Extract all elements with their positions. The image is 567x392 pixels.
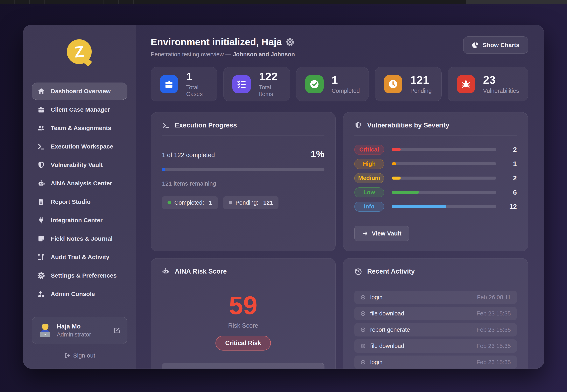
stat-label: Pending: [410, 88, 432, 94]
header-row: Environment initialized, Haja Penetratio…: [151, 37, 528, 58]
sidebar: Z Dashboard Overview Client Case Manager…: [23, 25, 136, 369]
execution-progress-panel: Execution Progress 1 of 122 completed 1%…: [151, 112, 336, 251]
severity-bar: [392, 148, 496, 151]
page-title: Environment initialized, Haja: [151, 37, 295, 47]
sidebar-item-client-case-manager[interactable]: Client Case Manager: [32, 101, 127, 118]
divider: [162, 281, 324, 281]
page-subtitle: Penetration testing overview — Johnson a…: [151, 51, 295, 58]
sidebar-item-label: Settings & Preferences: [51, 272, 117, 279]
briefcase-tile: [160, 75, 178, 93]
severity-count: 2: [504, 174, 517, 182]
checklist-icon: [236, 79, 247, 89]
risk-body: 59 Risk Score Critical Risk: [162, 291, 324, 350]
sidebar-item-label: Field Notes & Journal: [51, 235, 113, 242]
checklist-tile: [232, 75, 251, 93]
user-name: Haja Mo: [57, 323, 91, 330]
stat-value: 1: [332, 74, 360, 85]
activity-label: login: [370, 294, 382, 301]
check-icon: [309, 79, 320, 89]
panel-title: Vulnerabilities by Severity: [367, 121, 449, 129]
status-dot: [167, 201, 171, 204]
sign-out-label: Sign out: [73, 352, 95, 359]
subtitle-prefix: Penetration testing overview —: [151, 51, 233, 57]
progress-bar-fill: [162, 168, 165, 171]
sidebar-item-dashboard-overview[interactable]: Dashboard Overview: [32, 83, 127, 100]
stats-row: 1 Total Cases 122 Total Items 1 Complete…: [151, 67, 528, 101]
view-vault-label: View Vault: [372, 230, 402, 237]
shield-icon: [354, 121, 362, 129]
activity-ring-icon: [360, 343, 366, 349]
app-window: Z Dashboard Overview Client Case Manager…: [23, 25, 544, 369]
status-badge: Pending: 121: [223, 196, 279, 209]
robot-icon: [162, 267, 170, 275]
bug-tile: [457, 75, 475, 93]
stat-value: 121: [410, 74, 432, 85]
user-role: Administrator: [57, 331, 91, 338]
sidebar-item-field-notes-journal[interactable]: Field Notes & Journal: [32, 230, 127, 247]
show-charts-button[interactable]: Show Charts: [463, 37, 528, 54]
page-title-text: Environment initialized, Haja: [151, 37, 282, 47]
stat-value: 122: [259, 71, 281, 82]
divider: [162, 135, 324, 136]
severity-bar-fill: [392, 191, 419, 194]
gear-icon: [285, 38, 295, 47]
user-info: Haja Mo Administrator: [57, 323, 91, 338]
panel-header: Recent Activity: [354, 267, 517, 275]
history-icon: [354, 267, 362, 275]
sidebar-item-label: Team & Assignments: [51, 125, 111, 131]
sidebar-item-label: Report Studio: [51, 198, 90, 205]
activity-row: login Feb 23 15:35: [354, 355, 517, 369]
pie-chart-icon: [472, 42, 479, 49]
divider: [354, 281, 517, 281]
home-icon: [37, 87, 45, 95]
progress-bar: [162, 168, 324, 171]
user-avatar: [38, 324, 52, 337]
panel-header: AINA Risk Score: [162, 267, 324, 275]
severity-bar-fill: [392, 205, 446, 208]
stat-label: Total Cases: [186, 84, 208, 98]
sidebar-item-execution-workspace[interactable]: Execution Workspace: [32, 138, 127, 155]
subtitle-company: Johnson and Johnson: [233, 51, 295, 57]
terminal-icon: [37, 142, 45, 151]
stat-label: Completed: [332, 88, 360, 94]
sidebar-item-admin-console[interactable]: Admin Console: [32, 285, 127, 303]
edit-profile-icon[interactable]: [113, 327, 121, 334]
sidebar-item-team-assignments[interactable]: Team & Assignments: [32, 119, 127, 137]
severity-label-pill: Critical: [354, 145, 384, 155]
severity-count: 6: [504, 188, 517, 196]
panel-title: Execution Progress: [175, 121, 237, 129]
activity-label: report generate: [370, 326, 410, 333]
view-vault-button[interactable]: View Vault: [354, 226, 409, 241]
activity-rows: login Feb 26 08:11 file download Feb 23 …: [354, 291, 517, 369]
status-badge: Completed: 1: [162, 196, 218, 209]
items-remaining-text: 121 items remaining: [162, 180, 324, 187]
activity-ring-icon: [360, 294, 366, 300]
sidebar-item-label: Audit Trail & Activity: [51, 254, 109, 261]
progress-percent: 1%: [311, 148, 324, 159]
progress-completed-text: 1 of 122 completed: [162, 152, 215, 159]
stat-value: 1: [186, 71, 208, 82]
panel-grid: Execution Progress 1 of 122 completed 1%…: [151, 112, 528, 369]
severity-bar-fill: [392, 162, 396, 165]
admin-icon: [37, 290, 45, 298]
sidebar-item-integration-center[interactable]: Integration Center: [32, 212, 127, 229]
show-charts-label: Show Charts: [483, 42, 520, 48]
divider: [354, 135, 517, 136]
sidebar-item-vulnerability-vault[interactable]: Vulnerability Vault: [32, 156, 127, 174]
note-icon: [37, 235, 45, 243]
briefcase-icon: [164, 79, 174, 89]
sidebar-item-audit-trail-activity[interactable]: Audit Trail & Activity: [32, 249, 127, 266]
shield-icon: [37, 161, 45, 169]
sidebar-item-settings-preferences[interactable]: Settings & Preferences: [32, 267, 127, 284]
sign-out-button[interactable]: Sign out: [32, 352, 127, 359]
sidebar-item-aina-analysis-center[interactable]: AINA Analysis Center: [32, 175, 127, 192]
browser-chrome-bar: [0, 0, 567, 4]
panel-header: Execution Progress: [162, 121, 324, 129]
sidebar-item-report-studio[interactable]: Report Studio: [32, 193, 127, 210]
sidebar-item-label: Vulnerability Vault: [51, 162, 103, 168]
full-analysis-button[interactable]: Full Analysis →: [162, 363, 324, 369]
briefcase-icon: [37, 106, 45, 114]
stat-card: 1 Completed: [296, 67, 369, 101]
severity-label-pill: Low: [354, 187, 384, 197]
user-card[interactable]: Haja Mo Administrator: [32, 317, 127, 344]
